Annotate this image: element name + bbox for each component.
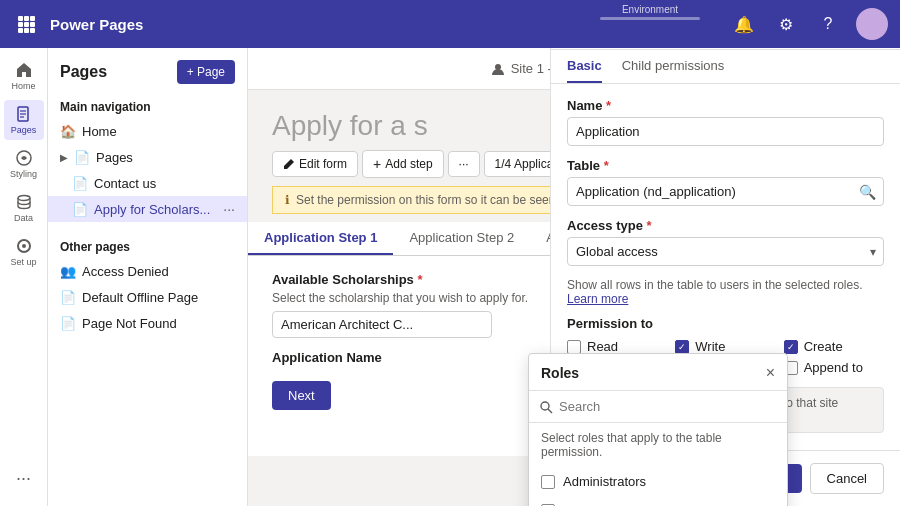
apply-nav-icon: 📄 [72, 201, 88, 217]
ellipsis-icon: ··· [459, 157, 469, 171]
nav-item-contact[interactable]: 📄 Contact us [48, 170, 247, 196]
page-nav-icon: 📄 [74, 149, 90, 165]
tab-application-step-2[interactable]: Application Step 2 [393, 222, 530, 255]
create-label: Create [804, 339, 843, 354]
access-type-info: Show all rows in the table to users in t… [567, 278, 884, 306]
other-pages-label: Other pages [48, 232, 247, 258]
add-page-button[interactable]: + Page [177, 60, 235, 84]
svg-rect-1 [24, 16, 29, 21]
table-input-wrap: 🔍 [567, 177, 884, 206]
nav-item-more-icon[interactable]: ··· [223, 201, 235, 217]
notification-icon[interactable]: 🔔 [730, 10, 758, 38]
cancel-button[interactable]: Cancel [810, 463, 884, 494]
next-button[interactable]: Next [272, 381, 331, 410]
administrators-label: Administrators [563, 474, 646, 489]
role-item-anonymous[interactable]: Anonymous Users [529, 496, 787, 506]
edit-icon [283, 158, 295, 170]
sidebar-item-setup[interactable]: Set up [4, 232, 44, 272]
panel-tab-basic[interactable]: Basic [567, 50, 602, 83]
tab-application-step-1[interactable]: Application Step 1 [248, 222, 393, 255]
roles-dropdown-header: Roles × [529, 354, 787, 391]
help-icon[interactable]: ? [814, 10, 842, 38]
roles-search-area [529, 391, 787, 423]
more-options-button[interactable]: ··· [448, 151, 480, 177]
name-field: Name * [567, 98, 884, 146]
nav-not-found-label: Page Not Found [82, 316, 177, 331]
svg-line-17 [548, 409, 552, 413]
access-type-select[interactable]: Global access Contact access Account acc… [567, 237, 884, 266]
environment-label: Environment [600, 4, 700, 15]
sidebar-item-data[interactable]: Data [4, 188, 44, 228]
table-label: Table * [567, 158, 884, 173]
nav-home-label: Home [82, 124, 117, 139]
nav-item-pages[interactable]: ▶ 📄 Pages [48, 144, 247, 170]
nav-item-home[interactable]: 🏠 Home [48, 118, 247, 144]
person-icon [491, 62, 505, 76]
search-icon [539, 400, 553, 414]
sidebar-item-styling[interactable]: Styling [4, 144, 44, 184]
required-marker: * [417, 272, 422, 287]
nav-contact-label: Contact us [94, 176, 156, 191]
info-icon: ℹ [285, 193, 290, 207]
scholarships-input[interactable] [272, 311, 492, 338]
nav-pages-label: Pages [96, 150, 133, 165]
pages-icon [15, 105, 33, 123]
offline-icon: 📄 [60, 289, 76, 305]
edit-form-button[interactable]: Edit form [272, 151, 358, 177]
perm-create[interactable]: ✓ Create [784, 339, 884, 354]
role-item-administrators[interactable]: Administrators [529, 467, 787, 496]
learn-more-link[interactable]: Learn more [567, 292, 628, 306]
roles-search-input[interactable] [559, 399, 777, 414]
svg-rect-6 [18, 28, 23, 33]
sidebar-styling-label: Styling [10, 169, 37, 179]
svg-rect-7 [24, 28, 29, 33]
svg-rect-5 [30, 22, 35, 27]
add-step-button[interactable]: + Add step [362, 150, 444, 178]
svg-rect-4 [24, 22, 29, 27]
svg-rect-8 [30, 28, 35, 33]
table-search-icon: 🔍 [859, 184, 876, 200]
create-checkbox[interactable]: ✓ [784, 340, 798, 354]
pages-chevron-icon: ▶ [60, 152, 68, 163]
pages-panel: Pages + Page Main navigation 🏠 Home ▶ 📄 … [48, 48, 248, 506]
perm-write[interactable]: ✓ Write [675, 339, 775, 354]
styling-icon [15, 149, 33, 167]
nav-offline-label: Default Offline Page [82, 290, 198, 305]
contact-nav-icon: 📄 [72, 175, 88, 191]
perm-read[interactable]: Read [567, 339, 667, 354]
nav-apply-label: Apply for Scholars... [94, 202, 210, 217]
read-checkbox[interactable] [567, 340, 581, 354]
main-layout: Home Pages Styling Data [0, 48, 900, 506]
add-icon: + [373, 156, 381, 172]
access-type-label: Access type * [567, 218, 884, 233]
append-to-label: Append to [804, 360, 863, 375]
nav-item-access-denied[interactable]: 👥 Access Denied [48, 258, 247, 284]
sidebar-more-button[interactable]: ··· [4, 458, 44, 498]
roles-close-button[interactable]: × [766, 364, 775, 382]
sidebar-item-pages[interactable]: Pages [4, 100, 44, 140]
panel-tab-child-permissions[interactable]: Child permissions [622, 50, 725, 83]
perm-append-to[interactable]: Append to [784, 360, 884, 375]
write-checkbox[interactable]: ✓ [675, 340, 689, 354]
access-denied-icon: 👥 [60, 263, 76, 279]
environment-bar [600, 17, 700, 20]
write-label: Write [695, 339, 725, 354]
panel-tabs: Basic Child permissions [551, 50, 900, 84]
svg-point-16 [541, 402, 549, 410]
nav-item-apply[interactable]: 📄 Apply for Scholars... ··· [48, 196, 247, 222]
sidebar-item-home[interactable]: Home [4, 56, 44, 96]
grid-icon[interactable] [12, 10, 40, 38]
svg-point-14 [18, 196, 30, 201]
nav-item-offline[interactable]: 📄 Default Offline Page [48, 284, 247, 310]
administrators-checkbox[interactable] [541, 475, 555, 489]
name-input[interactable] [567, 117, 884, 146]
roles-dropdown-title: Roles [541, 365, 579, 381]
nav-item-not-found[interactable]: 📄 Page Not Found [48, 310, 247, 336]
settings-icon[interactable]: ⚙ [772, 10, 800, 38]
sidebar: Home Pages Styling Data [0, 48, 48, 506]
svg-rect-0 [18, 16, 23, 21]
user-avatar[interactable] [856, 8, 888, 40]
table-input[interactable] [567, 177, 884, 206]
pages-panel-header: Pages + Page [48, 48, 247, 92]
not-found-icon: 📄 [60, 315, 76, 331]
